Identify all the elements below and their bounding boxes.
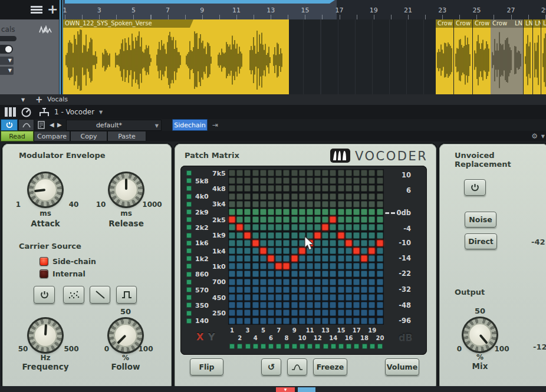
matrix-cell[interactable] [291, 170, 298, 176]
matrix-cell[interactable] [244, 271, 251, 277]
matrix-cell[interactable] [322, 248, 328, 254]
matrix-cell[interactable] [361, 201, 367, 207]
matrix-cell[interactable] [299, 294, 305, 301]
matrix-cell[interactable] [229, 201, 235, 207]
matrix-cell[interactable] [268, 263, 274, 269]
matrix-cell[interactable] [346, 216, 352, 223]
transport-play-fragment[interactable] [298, 387, 315, 392]
matrix-cell[interactable] [314, 279, 321, 285]
matrix-column-enable[interactable] [253, 344, 258, 349]
plugin-menu-dropdown-icon[interactable]: ▼ [541, 134, 545, 139]
matrix-cell[interactable] [275, 209, 282, 215]
matrix-cell[interactable] [338, 193, 344, 200]
transport-record-fragment[interactable]: ▼ [276, 387, 295, 392]
matrix-cell[interactable] [361, 177, 367, 184]
matrix-cell[interactable] [314, 170, 321, 176]
matrix-cell[interactable] [260, 232, 267, 239]
matrix-cell[interactable] [377, 309, 383, 316]
matrix-cell[interactable] [291, 302, 298, 308]
tab-add-icon[interactable]: + [35, 94, 43, 105]
matrix-cell[interactable] [283, 318, 290, 324]
matrix-cell[interactable] [377, 232, 383, 239]
matrix-cell[interactable] [229, 232, 235, 239]
matrix-cell[interactable] [307, 309, 313, 316]
matrix-cell[interactable] [283, 302, 290, 308]
track-dropdown-2[interactable]: ▼ [0, 67, 14, 75]
matrix-row-enable[interactable] [186, 272, 192, 277]
matrix-cell[interactable] [268, 294, 274, 301]
matrix-cell[interactable] [291, 309, 298, 316]
matrix-cell[interactable] [283, 248, 290, 254]
matrix-cell[interactable] [346, 193, 352, 200]
matrix-cell[interactable] [330, 286, 336, 293]
matrix-cell[interactable] [260, 201, 267, 207]
matrix-column-enable[interactable] [377, 344, 383, 349]
matrix-cell[interactable] [275, 309, 282, 316]
monitor-toggle[interactable] [0, 45, 13, 54]
matrix-column-enable[interactable] [307, 344, 313, 349]
matrix-cell[interactable] [377, 279, 383, 285]
matrix-cell[interactable] [291, 209, 298, 215]
matrix-cell[interactable] [314, 248, 321, 254]
matrix-cell[interactable] [346, 170, 352, 176]
matrix-cell[interactable] [291, 216, 298, 223]
matrix-cell[interactable] [236, 318, 243, 324]
matrix-cell[interactable] [369, 279, 375, 285]
matrix-cell[interactable] [244, 170, 251, 176]
matrix-column-enable[interactable] [229, 344, 235, 349]
sidechain-input-icon[interactable]: ⇥ [212, 121, 218, 129]
matrix-cell[interactable] [260, 286, 267, 293]
matrix-cell[interactable] [346, 279, 352, 285]
matrix-cell[interactable] [361, 302, 367, 308]
matrix-cell[interactable] [275, 248, 282, 254]
matrix-cell[interactable] [229, 209, 235, 215]
matrix-cell[interactable] [377, 248, 383, 254]
matrix-cell[interactable] [291, 294, 298, 301]
matrix-cell[interactable] [275, 271, 282, 277]
matrix-cell-active[interactable] [252, 240, 259, 246]
matrix-cell[interactable] [244, 224, 251, 230]
direct-button[interactable]: Direct [465, 233, 497, 249]
matrix-cell[interactable] [275, 294, 282, 301]
matrix-column-enable[interactable] [338, 344, 344, 349]
matrix-cell[interactable] [299, 309, 305, 316]
matrix-cell[interactable] [307, 209, 313, 215]
matrix-cell[interactable] [353, 216, 360, 223]
matrix-cell[interactable] [229, 177, 235, 184]
matrix-cell[interactable] [330, 177, 336, 184]
matrix-cell[interactable] [236, 279, 243, 285]
matrix-cell[interactable] [330, 248, 336, 254]
carrier-power-button[interactable] [34, 286, 55, 304]
matrix-row-enable[interactable] [186, 256, 192, 261]
matrix-cell[interactable] [330, 201, 336, 207]
matrix-cell[interactable] [330, 271, 336, 277]
matrix-cell[interactable] [244, 309, 251, 316]
matrix-cell-active[interactable] [229, 216, 235, 223]
matrix-cell[interactable] [283, 224, 290, 230]
matrix-x-label[interactable]: X [196, 331, 203, 342]
paste-button[interactable]: Paste [107, 131, 146, 141]
matrix-row-enable[interactable] [186, 318, 192, 324]
matrix-cell[interactable] [361, 216, 367, 223]
matrix-cell[interactable] [330, 255, 336, 262]
matrix-y-label[interactable]: Y [208, 331, 215, 342]
matrix-cell[interactable] [377, 170, 383, 176]
matrix-cell[interactable] [229, 318, 235, 324]
matrix-cell[interactable] [236, 232, 243, 239]
matrix-cell[interactable] [229, 193, 235, 200]
matrix-cell[interactable] [244, 177, 251, 184]
matrix-column-enable[interactable] [245, 344, 251, 349]
matrix-cell[interactable] [322, 240, 328, 246]
matrix-cell[interactable] [338, 309, 344, 316]
matrix-cell[interactable] [299, 177, 305, 184]
matrix-cell[interactable] [314, 193, 321, 200]
matrix-cell[interactable] [244, 318, 251, 324]
matrix-cell[interactable] [283, 201, 290, 207]
volume-button[interactable]: Volume [385, 358, 419, 375]
matrix-cell[interactable] [369, 201, 375, 207]
matrix-cell[interactable] [361, 318, 367, 324]
matrix-cell[interactable] [338, 216, 344, 223]
matrix-cell[interactable] [229, 279, 235, 285]
matrix-cell[interactable] [252, 248, 259, 254]
matrix-cell[interactable] [268, 224, 274, 230]
